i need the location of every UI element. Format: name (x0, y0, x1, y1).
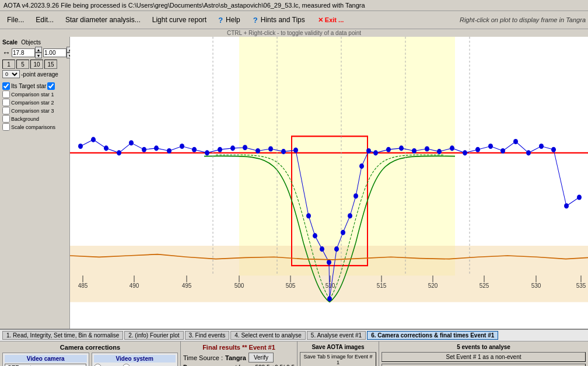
ntsc-radio[interactable] (94, 364, 102, 366)
hints-icon: ? (253, 16, 258, 25)
main-content: Scale Objects ↔ ▲ ▼ ▲ ▼ 1 5 (0, 37, 588, 329)
light-curve-menu[interactable]: Light curve report (148, 14, 211, 26)
num-btn-10[interactable]: 10 (30, 60, 43, 69)
step-tab-6[interactable]: 6. Camera corrections & final times Even… (367, 331, 498, 340)
main-plot[interactable]: Unknown 485 490 495 500 505 510 515 520 … (70, 37, 588, 329)
help-icon: ? (218, 16, 223, 25)
scale-up1[interactable]: ▲ (35, 47, 42, 53)
comp1-row: Comparison star 1 (2, 90, 67, 98)
scale-down1[interactable]: ▼ (35, 53, 42, 58)
step-tab-2[interactable]: 2. (info) Fourier plot (124, 331, 183, 340)
sidebar: Scale Objects ↔ ▲ ▼ ▲ ▼ 1 5 (0, 37, 70, 329)
camera-inner: Video camera SER system Other Camera del… (2, 353, 178, 366)
point-avg-label: -point average (21, 71, 58, 78)
hints-group: ? Hints and Tips (249, 12, 311, 27)
star-diameter-menu[interactable]: Star diameter analysis... (61, 14, 145, 26)
svg-text:485: 485 (78, 281, 88, 289)
arrow-lr-icon: ↔ (2, 48, 10, 57)
svg-text:505: 505 (286, 281, 296, 289)
pal-label: PAL (123, 364, 142, 366)
step-tab-4[interactable]: 4. Select event to analyse (230, 331, 306, 340)
video-cam-title: Video camera (5, 355, 87, 362)
scale-comp-checkbox[interactable] (2, 123, 10, 131)
camera-corrections-panel: Camera corrections Video camera SER syst… (0, 341, 181, 366)
hints-label[interactable]: Hints and Tips (260, 14, 306, 26)
scale-comp-label: Scale comparisons (11, 124, 55, 130)
comp1-label: Comparison star 1 (11, 92, 54, 97)
video-sys-title: Video system (94, 355, 176, 362)
plot-area[interactable]: Unknown 485 490 495 500 505 510 515 520 … (70, 37, 588, 329)
step-tab-1[interactable]: 1. Read, Integrity, Set time, Bin & norm… (2, 331, 123, 340)
pal-radio[interactable] (123, 364, 130, 366)
menu-bar: File... Edit... Star diameter analysis..… (0, 11, 588, 29)
svg-text:515: 515 (377, 281, 387, 289)
point-avg-row: 0123 -point average (2, 70, 67, 78)
num-btn-15[interactable]: 15 (44, 60, 57, 69)
bottom-panel: 1. Read, Integrity, Set time, Bin & norm… (0, 329, 588, 366)
exit-label: Exit ... (325, 16, 344, 23)
shortcut-bar: CTRL + Right-click - to toggle validity … (0, 29, 588, 37)
scale-input1[interactable] (12, 48, 35, 57)
step-tabs: 1. Read, Integrity, Set time, Bin & norm… (0, 330, 588, 341)
exit-x-icon: ✕ (318, 16, 323, 23)
set-non-event-button[interactable]: Set Event # 1 as a non-event (382, 352, 586, 362)
comp3-row: Comparison star 3 (2, 107, 67, 114)
ntsc-label: NTSC (94, 364, 119, 366)
comp1-checkbox[interactable] (2, 90, 10, 98)
comp2-label: Comparison star 2 (11, 100, 54, 106)
background-checkbox[interactable] (2, 115, 10, 123)
camera-panel-title: Camera corrections (2, 344, 178, 351)
help-label[interactable]: Help (225, 14, 242, 26)
final-results-panel: Final results ** Event #1 Time Source : … (181, 341, 298, 366)
comp3-label: Comparison star 3 (11, 108, 54, 114)
ntsc-pal-row: NTSC PAL (94, 364, 176, 366)
title-bar: AOTA v4.2023.9.26 File being processed i… (0, 0, 588, 11)
help-group: ? Help (214, 12, 246, 27)
svg-text:495: 495 (182, 281, 192, 289)
verify-button[interactable]: Verify (249, 353, 274, 362)
save-aota-images-panel: Save AOTA images Save Tab 5 image for Ev… (298, 341, 379, 366)
num-btn-5[interactable]: 5 (16, 60, 29, 69)
svg-text:490: 490 (130, 281, 139, 289)
scale-spin1: ▲ ▼ (12, 47, 42, 58)
comp2-checkbox[interactable] (2, 99, 10, 106)
step-tab-3[interactable]: 3. Find events (185, 331, 230, 340)
results-title: Final results ** Event #1 (183, 344, 295, 351)
point-avg-dropdown[interactable]: 0123 (2, 70, 20, 78)
scale-comp-row: Scale comparisons (2, 123, 67, 131)
file-menu[interactable]: File... (2, 14, 29, 26)
svg-text:530: 530 (531, 281, 541, 289)
scale-controls: ↔ ▲ ▼ ▲ ▼ (2, 47, 67, 58)
events-title: 5 events to analyse (382, 344, 586, 350)
step-tab-5[interactable]: 5. Analyse event #1 (307, 331, 366, 340)
objects-label: Objects (21, 39, 41, 46)
time-source-value: Tangra (225, 354, 246, 361)
target-checkbox[interactable] (2, 82, 10, 90)
comp2-row: Comparison star 2 (2, 99, 67, 106)
save-tab5-button[interactable]: Save Tab 5 image for Event # 1 (300, 352, 376, 366)
edit-menu[interactable]: Edit... (31, 14, 58, 26)
title-text: AOTA v4.2023.9.26 File being processed i… (4, 2, 365, 9)
background-row: Background (2, 115, 67, 123)
target-label: Its Target star (11, 83, 46, 89)
svg-text:510: 510 (326, 281, 335, 289)
svg-text:520: 520 (428, 281, 438, 289)
comp3-checkbox[interactable] (2, 107, 10, 114)
video-system-subpanel: Video system NTSC PAL (92, 353, 178, 366)
scale-objects-row: Scale Objects (2, 39, 67, 46)
exit-button[interactable]: ✕ Exit ... (313, 15, 348, 26)
view-report-button[interactable]: View Report (382, 364, 586, 366)
scale-input2[interactable] (43, 48, 66, 57)
num-btn-1[interactable]: 1 (2, 60, 15, 69)
svg-text:525: 525 (480, 281, 489, 289)
target-checkbox2[interactable] (47, 82, 55, 90)
scale-label: Scale (2, 39, 18, 46)
events-panel: 5 events to analyse Set Event # 1 as a n… (379, 341, 588, 366)
save-panel-title: Save AOTA images (300, 344, 376, 350)
svg-text:500: 500 (235, 281, 244, 289)
target-row: Its Target star (2, 82, 67, 90)
camera-select[interactable]: SER system Other (5, 364, 86, 366)
background-label: Background (11, 116, 39, 122)
num-btns-row: 1 5 10 15 (2, 60, 67, 69)
time-source-row: Time Source : Tangra Verify (183, 353, 295, 362)
